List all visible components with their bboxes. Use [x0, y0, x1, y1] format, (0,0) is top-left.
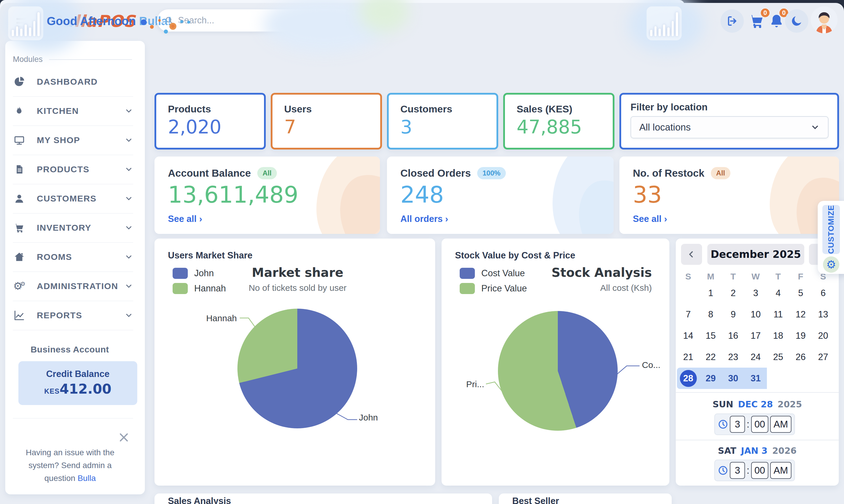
- location-select[interactable]: All locations: [630, 116, 828, 139]
- stat-card-users[interactable]: Users 7: [271, 93, 382, 149]
- sidebar-item-label: KITCHEN: [37, 106, 124, 116]
- calendar-date[interactable]: 1: [699, 282, 722, 304]
- sidebar-item-label: REPORTS: [37, 310, 124, 320]
- calendar-month-label[interactable]: December 2025: [707, 244, 804, 265]
- sidebar-item-label: PRODUCTS: [37, 164, 124, 174]
- bar-chart-illustration: [647, 6, 682, 40]
- meridiem-input[interactable]: AM: [770, 462, 791, 479]
- modules-label: Modules: [13, 55, 43, 64]
- minute-input[interactable]: 00: [751, 462, 768, 479]
- chart-title: Stock Analysis: [535, 266, 652, 280]
- chart-subtitle: All cost (Ksh): [535, 283, 652, 293]
- summary-title: Account Balance: [168, 167, 251, 179]
- hour-input[interactable]: 3: [730, 416, 745, 433]
- calendar-date[interactable]: 12: [789, 304, 812, 325]
- legend-item-cost-value[interactable]: Cost Value: [460, 268, 525, 279]
- customize-button[interactable]: CUSTOMIZE: [822, 205, 840, 254]
- all-orders-link[interactable]: All orders ›: [400, 214, 448, 224]
- calendar-date-in-range[interactable]: 31: [744, 367, 767, 389]
- close-icon[interactable]: [118, 432, 131, 445]
- hour-input[interactable]: 3: [730, 462, 745, 479]
- sidebar-item-administration[interactable]: ⚙⚙ ADMINISTRATION: [13, 272, 133, 301]
- calendar-date[interactable]: 21: [677, 346, 699, 367]
- calendar-date[interactable]: 27: [812, 346, 834, 367]
- calendar-date-in-range[interactable]: 30: [722, 367, 744, 389]
- logout-button[interactable]: [720, 10, 744, 33]
- calendar-date[interactable]: 8: [699, 304, 722, 325]
- chevron-right-icon: ›: [199, 214, 202, 224]
- dark-mode-toggle[interactable]: [785, 10, 808, 33]
- sidebar-item-rooms[interactable]: ROOMS: [13, 242, 133, 272]
- home-icon: [13, 251, 26, 263]
- moon-icon: [790, 15, 803, 28]
- minute-input[interactable]: 00: [751, 416, 768, 433]
- credit-balance-card[interactable]: Credit Balance KES412.00: [18, 361, 137, 405]
- calendar-date[interactable]: 26: [789, 346, 812, 367]
- range-end-label: SAT JAN 3 2026: [676, 446, 839, 456]
- time-separator: :: [747, 465, 749, 476]
- calendar-date[interactable]: 23: [722, 346, 744, 367]
- sidebar-item-customers[interactable]: CUSTOMERS: [13, 184, 133, 213]
- status-badge: All: [711, 167, 731, 179]
- see-all-link[interactable]: See all ›: [633, 214, 667, 224]
- calendar-date[interactable]: 5: [789, 282, 812, 304]
- flame-icon: [13, 105, 26, 116]
- calendar-date[interactable]: 4: [767, 282, 789, 304]
- customize-gear-button[interactable]: ⚙: [823, 256, 839, 273]
- market-share-pie[interactable]: [237, 309, 357, 428]
- bar-chart-illustration: [8, 6, 43, 40]
- see-all-link[interactable]: See all ›: [168, 214, 202, 224]
- calendar-date[interactable]: 11: [767, 304, 789, 325]
- calendar-date[interactable]: 22: [699, 346, 722, 367]
- stat-card-customers[interactable]: Customers 3: [387, 93, 498, 149]
- calendar-date-selected[interactable]: 28: [677, 367, 699, 389]
- sidebar-item-kitchen[interactable]: KITCHEN: [13, 96, 133, 126]
- calendar-date[interactable]: 18: [767, 325, 789, 346]
- customize-label: CUSTOMIZE: [827, 205, 836, 254]
- monitor-icon: [13, 134, 26, 146]
- sidebar-item-products[interactable]: PRODUCTS: [13, 155, 133, 184]
- calendar-date[interactable]: 24: [744, 346, 767, 367]
- calendar-date[interactable]: 25: [767, 346, 789, 367]
- sidebar-item-inventory[interactable]: INVENTORY: [13, 213, 133, 242]
- calendar-date-in-range[interactable]: 29: [699, 367, 722, 389]
- time-picker-end: 3 : 00 AM: [714, 460, 795, 481]
- help-bulla-link[interactable]: Bulla: [78, 474, 96, 483]
- calendar-card: December 2025 SMTWTFS 1 2 3 4 5 6 7 8 9 …: [676, 238, 839, 486]
- calendar-date[interactable]: 19: [789, 325, 812, 346]
- meridiem-input[interactable]: AM: [770, 416, 791, 433]
- legend-label: Cost Value: [481, 268, 525, 278]
- calendar-date[interactable]: 2: [722, 282, 744, 304]
- stat-value: 47,885: [517, 116, 582, 138]
- stock-analysis-pie[interactable]: [498, 311, 618, 431]
- calendar-date[interactable]: 15: [699, 325, 722, 346]
- sidebar-item-my-shop[interactable]: MY SHOP: [13, 126, 133, 155]
- range-start-label: SUN DEC 28 2025: [676, 399, 839, 409]
- stock-value-card: Stock Value by Cost & Price Cost Value P…: [442, 238, 669, 486]
- legend-swatch: [460, 283, 475, 294]
- legend-item-hannah[interactable]: Hannah: [173, 283, 226, 294]
- user-avatar[interactable]: [811, 6, 838, 33]
- chevron-down-icon: [124, 194, 133, 203]
- calendar-date[interactable]: 9: [722, 304, 744, 325]
- calendar-date[interactable]: 3: [744, 282, 767, 304]
- filter-by-location-card: Filter by location All locations: [619, 93, 839, 149]
- calendar-date[interactable]: 10: [744, 304, 767, 325]
- calendar-date[interactable]: 13: [812, 304, 834, 325]
- calendar-date[interactable]: 14: [677, 325, 699, 346]
- sidebar-item-reports[interactable]: REPORTS: [13, 301, 133, 330]
- calendar-date[interactable]: 17: [744, 325, 767, 346]
- legend-item-john[interactable]: John: [173, 268, 214, 279]
- sidebar-item-label: ADMINISTRATION: [37, 281, 124, 291]
- stat-card-sales[interactable]: Sales (KES) 47,885: [503, 93, 614, 149]
- calendar-date[interactable]: 7: [677, 304, 699, 325]
- calendar-date[interactable]: 6: [812, 282, 834, 304]
- account-balance-card: Account BalanceAll 13,611,489 See all ›: [155, 157, 380, 234]
- legend-swatch: [173, 268, 188, 279]
- calendar-date[interactable]: 20: [812, 325, 834, 346]
- calendar-date[interactable]: 16: [722, 325, 744, 346]
- sidebar-item-dashboard[interactable]: DASHBOARD: [13, 67, 133, 96]
- stat-card-products[interactable]: Products 2,020: [155, 93, 266, 149]
- legend-item-price-value[interactable]: Price Value: [460, 283, 527, 294]
- calendar-prev-button[interactable]: [681, 244, 702, 265]
